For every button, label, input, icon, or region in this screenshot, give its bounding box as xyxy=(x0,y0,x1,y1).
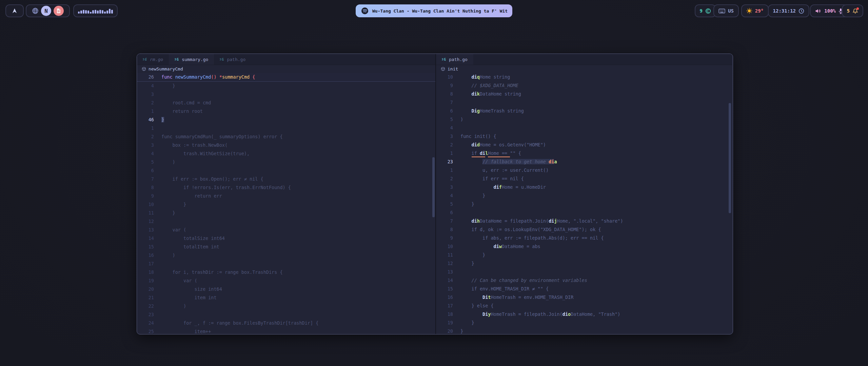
code-line[interactable]: 1 u, err := user.Current() xyxy=(436,166,732,175)
code-line[interactable]: 2 didHome = os.Getenv("HOME") xyxy=(436,141,732,149)
code-line[interactable]: 10 diwDataHome = abs xyxy=(436,242,732,251)
code-line[interactable]: 14 // Can be changed by environment vari… xyxy=(436,276,732,285)
code-line[interactable]: 7 if err := box.Open(); err ≠ nil { xyxy=(137,175,435,183)
code-line[interactable]: 9 return err xyxy=(137,192,435,200)
document-badge[interactable] xyxy=(54,6,64,16)
code-line[interactable]: 11 } xyxy=(436,251,732,259)
code-line[interactable]: 4 xyxy=(436,124,732,132)
notification-count: 5 xyxy=(847,8,850,14)
weather-pill[interactable]: 29° xyxy=(741,4,769,17)
tab-summary.go[interactable]: Gsummary.go xyxy=(169,54,214,65)
code-line[interactable]: 10 } xyxy=(137,200,435,209)
breadcrumb[interactable]: newSummaryCmd xyxy=(137,65,435,73)
code-line[interactable]: 12 } xyxy=(436,259,732,268)
code-line[interactable]: 6 xyxy=(137,166,435,175)
code-line[interactable]: 19 var ( xyxy=(137,277,435,285)
code-line[interactable]: 15 totalItem int xyxy=(137,243,435,251)
line-content: didHome = os.Getenv("HOME") xyxy=(460,141,546,149)
code-line[interactable]: 20} xyxy=(436,327,732,334)
code-line[interactable]: 2 if err == nil { xyxy=(436,175,732,183)
notifications-pill[interactable]: 5 xyxy=(842,4,863,17)
code-line[interactable]: 16 ) xyxy=(137,251,435,260)
code-line[interactable]: 3 xyxy=(137,90,435,99)
code-line[interactable]: 20 size int64 xyxy=(137,285,435,293)
code-line[interactable]: 2 root.cmd = cmd xyxy=(137,99,435,107)
code-line[interactable]: 24 for _, f := range box.FilesByTrashDir… xyxy=(137,319,435,327)
code-line[interactable]: 7 xyxy=(436,98,732,107)
desktop: N Wu-Tang Clan - Wu-Tang Clan Ain't Nuth… xyxy=(0,0,868,366)
code-line[interactable]: 3func init() { xyxy=(436,132,732,141)
bell-icon xyxy=(852,8,858,14)
code-area[interactable]: 10 diqHome string9 // $XDG_DATA_HOME8 di… xyxy=(436,73,732,334)
code-line[interactable]: 1 xyxy=(137,124,435,133)
code-line[interactable]: 13 var ( xyxy=(137,226,435,234)
keyboard-layout-pill[interactable]: US xyxy=(713,4,739,17)
code-line[interactable]: 15 if env.HOME_TRASH_DIR ≠ "" { xyxy=(436,285,732,293)
line-number: 4 xyxy=(436,124,453,132)
code-line[interactable]: 6 DigHomeTrash string xyxy=(436,107,732,115)
line-content: dikDataHome string xyxy=(460,90,521,98)
code-line[interactable]: 8 if !errors.Is(err, trash.ErrNotFound) … xyxy=(137,183,435,192)
code-line[interactable]: 18 for i, trashDir := range box.TrashDir… xyxy=(137,268,435,277)
code-line[interactable]: 14 totalSize int64 xyxy=(137,234,435,243)
code-line[interactable]: 12 xyxy=(137,217,435,226)
scrollbar-thumb[interactable] xyxy=(729,103,731,213)
code-line[interactable]: 2func summaryCmdRun(_ summaryOptions) er… xyxy=(137,133,435,141)
code-line[interactable]: 5 ) xyxy=(137,158,435,166)
tab-path.go[interactable]: Gpath.go xyxy=(214,54,251,65)
code-line[interactable]: 17 xyxy=(137,260,435,268)
go-file-icon: G xyxy=(143,57,147,62)
clock-pill[interactable]: 12:31:12 xyxy=(768,4,809,17)
code-line[interactable]: 10 diqHome string xyxy=(436,73,732,81)
line-number: 2 xyxy=(137,133,154,141)
code-line[interactable]: 17 } else { xyxy=(436,302,732,310)
nvim-badge[interactable]: N xyxy=(41,6,51,16)
line-number: 12 xyxy=(137,217,154,226)
line-content: ) xyxy=(161,251,175,260)
line-content: trash.WithGetSize(true), xyxy=(161,149,250,158)
code-line[interactable]: 11 } xyxy=(137,209,435,217)
line-content: size int64 xyxy=(161,285,222,293)
code-line[interactable]: 3 difHome = u.HomeDir xyxy=(436,183,732,191)
code-line[interactable]: 4 } xyxy=(137,82,435,90)
code-line[interactable]: 16 DitHomeTrash = env.HOME_TRASH_DIR xyxy=(436,293,732,302)
line-content: totalItem int xyxy=(161,243,219,251)
tab-rm.go[interactable]: Grm.go xyxy=(137,54,169,65)
code-line[interactable]: 23 // fallback to get home dia xyxy=(436,158,732,166)
line-number: 10 xyxy=(436,242,453,251)
code-line[interactable]: 23 xyxy=(137,310,435,319)
code-line[interactable]: 21 item int xyxy=(137,293,435,302)
breadcrumb[interactable]: init xyxy=(436,65,732,73)
code-line[interactable]: 5 } xyxy=(436,200,732,208)
music-player[interactable]: Wu-Tang Clan - Wu-Tang Clan Ain't Nuthin… xyxy=(356,4,512,17)
code-line[interactable]: 1 if dilHome == "" { xyxy=(436,149,732,158)
code-line[interactable]: 18 DiyHomeTrash = filepath.Join(dioDataH… xyxy=(436,310,732,319)
sticky-code-line[interactable]: 26func newSummaryCmd() *summaryCmd { xyxy=(137,73,435,82)
scrollbar-thumb[interactable] xyxy=(432,157,435,217)
code-area[interactable]: 26func newSummaryCmd() *summaryCmd {4 }3… xyxy=(137,73,435,334)
line-number: 46 xyxy=(137,116,154,124)
code-line[interactable]: 9 if abs, err := filepath.Abs(d); err ==… xyxy=(436,234,732,242)
code-line[interactable]: 8 dikDataHome string xyxy=(436,90,732,98)
code-line[interactable]: 22 ) xyxy=(137,302,435,310)
code-line[interactable]: 25 item++ xyxy=(137,327,435,334)
launcher-button[interactable] xyxy=(5,4,24,17)
tab-path.go[interactable]: Gpath.go xyxy=(436,54,473,65)
code-line[interactable]: 19 } xyxy=(436,319,732,327)
code-line[interactable]: 6 xyxy=(436,208,732,217)
code-line[interactable]: 4 trash.WithGetSize(true), xyxy=(137,149,435,158)
code-line[interactable]: 4 } xyxy=(436,191,732,200)
code-line[interactable]: 46} xyxy=(137,116,435,124)
updates-pill[interactable]: 9 xyxy=(695,4,716,17)
code-line[interactable]: 5) xyxy=(436,115,732,124)
line-number: 4 xyxy=(436,191,453,200)
code-line[interactable]: 9 // $XDG_DATA_HOME xyxy=(436,81,732,90)
code-line[interactable]: 13 xyxy=(436,268,732,276)
code-line[interactable]: 3 box := trash.NewBox( xyxy=(137,141,435,149)
code-line[interactable]: 7 dihDataHome = filepath.Join(dijHome, "… xyxy=(436,217,732,225)
go-file-icon: G xyxy=(175,57,179,62)
visualizer-bar xyxy=(102,10,103,14)
globe-icon[interactable] xyxy=(32,7,39,14)
code-line[interactable]: 8 if d, ok := os.LookupEnv("XDG_DATA_HOM… xyxy=(436,225,732,234)
code-line[interactable]: 1 return root xyxy=(137,107,435,116)
